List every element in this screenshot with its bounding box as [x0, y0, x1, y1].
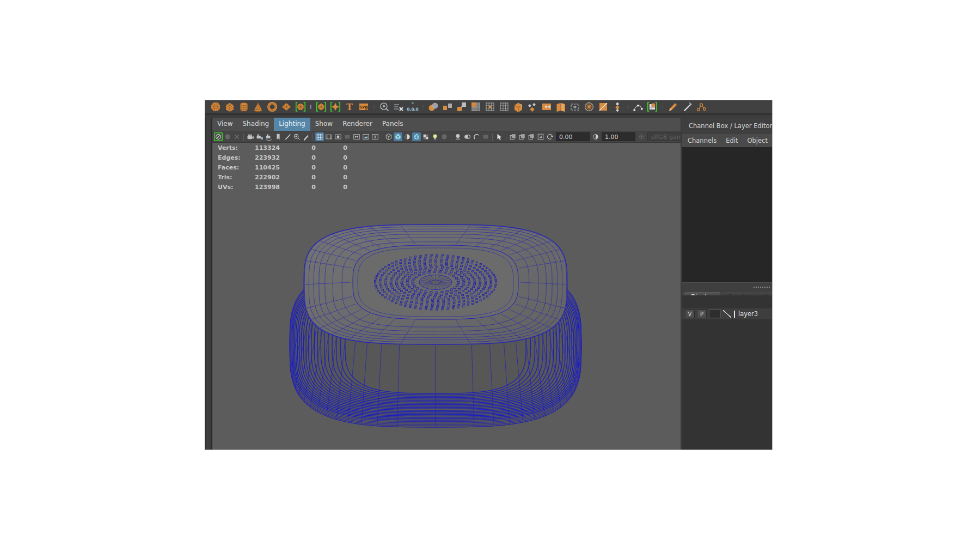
default-lighting-icon[interactable] [431, 132, 439, 141]
wireframe-on-shaded-icon[interactable] [403, 132, 412, 141]
layer-playback-toggle[interactable]: P [697, 310, 707, 318]
poly-torus-icon[interactable] [266, 100, 279, 113]
layer-name[interactable]: layer3 [738, 310, 758, 318]
platonic-solid-icon[interactable] [294, 100, 307, 113]
ssao-off-icon[interactable] [232, 132, 241, 141]
crease-tool-icon[interactable] [554, 100, 567, 113]
field-chart-icon[interactable] [352, 132, 361, 141]
separate-icon[interactable] [441, 100, 454, 113]
channel-box-title: Channel Box / Layer Editor [682, 118, 772, 134]
layer-row[interactable]: V P layer3 [682, 308, 772, 319]
menu-lighting[interactable]: Lighting [274, 118, 310, 131]
poly-sphere-icon[interactable] [209, 100, 222, 113]
sculpt-star-icon[interactable] [329, 100, 342, 113]
menu-view[interactable]: View [212, 118, 237, 131]
circularize-icon[interactable] [583, 100, 596, 113]
svg-text:svg: svg [359, 105, 368, 110]
isolate-select-icon[interactable] [378, 100, 391, 113]
lock-camera-icon[interactable] [255, 132, 264, 141]
viewport-canvas[interactable]: Verts:11332400 Edges:22393200 Faces:1104… [212, 143, 681, 450]
menu-show[interactable]: Show [310, 118, 338, 131]
fill-hole-icon[interactable] [483, 100, 497, 113]
gate-mask-icon[interactable] [343, 132, 352, 141]
resolution-gate-icon[interactable] [334, 132, 342, 141]
layer-color-swatch[interactable] [723, 310, 731, 318]
reset-transforms-icon[interactable]: *0,0,0 [406, 100, 419, 113]
camera-attributes-icon[interactable] [265, 132, 273, 141]
xray-select-icon[interactable] [495, 132, 504, 141]
safe-title-icon[interactable]: T [371, 132, 379, 141]
cb-menu-edit[interactable]: Edit [726, 137, 738, 144]
ao-toggle-icon[interactable] [463, 132, 471, 141]
exposure-icon[interactable] [546, 132, 554, 141]
channel-box-content[interactable] [682, 147, 772, 283]
pencil-tool-icon[interactable] [666, 100, 679, 113]
poly-cube-icon[interactable] [223, 100, 236, 113]
isolate-add-icon[interactable] [518, 132, 526, 141]
panel-toolbar-icons: T [214, 132, 545, 141]
wireframe-mode-icon[interactable] [384, 132, 393, 141]
toolbar-separator-1 [242, 134, 246, 141]
multi-cut-icon[interactable] [540, 100, 553, 113]
toolbar-separator-2 [311, 134, 315, 141]
film-gate-icon[interactable] [324, 132, 333, 141]
pen-tool-icon[interactable] [681, 100, 694, 113]
multisample-off-icon[interactable] [481, 132, 490, 141]
delete-history-icon[interactable] [392, 100, 405, 113]
joint-tool-icon[interactable] [695, 100, 708, 113]
combine-icon[interactable] [427, 100, 440, 113]
poly-plane-icon[interactable] [280, 100, 293, 113]
bevel-icon[interactable] [512, 100, 525, 113]
view-transform-dropdown[interactable]: sRGB gamma [647, 132, 681, 141]
smooth-mesh-icon[interactable] [498, 100, 511, 113]
exposure-field[interactable]: 0.00 [556, 132, 590, 141]
gamma-field[interactable]: 1.00 [602, 132, 635, 141]
textured-mode-icon[interactable] [412, 132, 421, 141]
svg-tool-icon[interactable]: svg [357, 100, 370, 113]
gamma-icon[interactable] [591, 132, 600, 141]
pan-zoom-icon[interactable] [292, 132, 301, 141]
grid-toggle-icon[interactable] [315, 132, 324, 141]
shadows-toggle-icon[interactable] [454, 132, 462, 141]
isolate-view-icon[interactable] [509, 132, 517, 141]
poly-pipe-icon[interactable] [315, 100, 328, 113]
extract-icon[interactable] [455, 100, 468, 113]
edge-flow-icon[interactable] [597, 100, 610, 113]
poly-cone-icon[interactable] [252, 100, 265, 113]
silhouette-off-icon[interactable] [440, 132, 449, 141]
grease-pencil-icon[interactable] [302, 132, 310, 141]
shadows-off-icon[interactable] [223, 132, 232, 141]
svg-text:*: * [412, 101, 414, 107]
spin-edge-icon[interactable] [611, 100, 624, 113]
motion-blur-icon[interactable] [472, 132, 481, 141]
select-camera-icon[interactable] [246, 132, 255, 141]
target-weld-icon[interactable] [568, 100, 581, 113]
wireframe-model[interactable] [284, 221, 589, 430]
poly-cylinder-icon[interactable] [237, 100, 250, 113]
curve-ep-tool-icon[interactable] [632, 100, 645, 113]
shelf-separator-3 [625, 100, 630, 113]
splitter-handle-icon[interactable] [754, 287, 770, 288]
layer-visibility-toggle[interactable]: V [685, 310, 695, 318]
layer-type-box[interactable] [709, 310, 721, 318]
cb-menu-object[interactable]: Object [748, 137, 768, 144]
panel-splitter[interactable] [682, 283, 772, 292]
bookmark-icon[interactable] [274, 132, 283, 141]
safe-action-icon[interactable] [362, 132, 370, 141]
color-mgmt-gear-icon[interactable] [637, 132, 646, 141]
image-plane-icon[interactable] [283, 132, 292, 141]
cb-menu-channels[interactable]: Channels [688, 137, 716, 144]
quad-draw-icon[interactable] [526, 100, 539, 113]
menu-shading[interactable]: Shading [237, 118, 274, 131]
menu-renderer[interactable]: Renderer [338, 118, 377, 131]
isolate-remove-icon[interactable] [527, 132, 536, 141]
paint-tool-icon[interactable] [646, 100, 659, 113]
svg-text:T: T [374, 135, 377, 139]
boolean-icon[interactable] [469, 100, 482, 113]
shaded-mode-icon[interactable] [394, 132, 402, 141]
type-tool-icon[interactable]: T [343, 100, 356, 113]
menu-panels[interactable]: Panels [377, 118, 408, 131]
use-all-lights-icon[interactable] [421, 132, 430, 141]
frame-region-icon[interactable] [536, 132, 545, 141]
lighting-toggle-icon[interactable] [214, 132, 223, 141]
